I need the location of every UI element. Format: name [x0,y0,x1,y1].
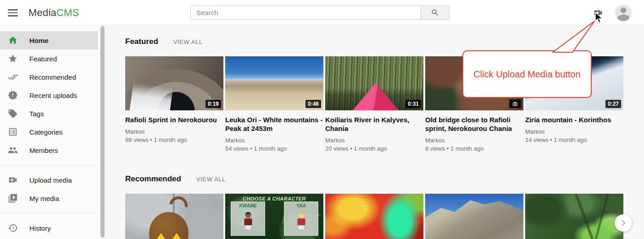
history-icon [8,223,18,233]
sidebar-item-label: Recent uploads [29,92,77,99]
sidebar-item-label: Members [29,147,58,154]
person-icon [615,5,632,21]
top-bar: MediaCMS [0,0,644,26]
sidebar-item-label: Tags [29,110,44,118]
sidebar-item-recommended[interactable]: Recommended [0,68,98,86]
annotation-text: Click Upload Media button [473,69,580,80]
sidebar-item-upload-media[interactable]: Upload media [0,171,98,189]
video-title[interactable]: Ziria mountain - Korinthos [525,115,623,124]
featured-view-all-link[interactable]: VIEW ALL [173,38,203,45]
my-media-icon [8,193,18,203]
video-title[interactable]: Old bridge close to Rafioli sprint, Nero… [425,115,523,133]
game-heading: CHOOSE A CHARACTER [225,196,323,201]
video-thumbnail-rocky-mountain[interactable] [425,194,523,239]
hamburger-icon [8,9,18,11]
annotation-callout: Click Upload Media button [462,50,592,98]
duration-badge: 0:27 [605,100,621,108]
video-author[interactable]: Markos [225,136,323,145]
recommended-section-header: Recommended VIEW ALL [125,174,226,184]
upload-media-icon [592,8,604,18]
menu-button[interactable] [6,7,19,19]
upload-media-button[interactable] [592,8,605,18]
video-title[interactable]: Leuka Ori - White mountains - Peak at 24… [225,115,323,133]
video-thumbnail-color-blur[interactable] [325,194,423,239]
new-releases-icon [8,90,18,100]
upload-media-icon [8,175,18,185]
section-title: Recommended [125,174,181,184]
search-button[interactable] [421,5,450,20]
video-card[interactable]: 0:19 Rafioli Sprint in Nerokourou Markos… [125,56,223,153]
character-sprite [244,212,252,229]
pumpkin [149,212,189,239]
video-card[interactable]: 0:31 Koiliaris River in Kalyves, Chania … [325,56,423,153]
sidebar-item-home[interactable]: Home [0,31,98,49]
camera-icon [512,101,518,107]
brand-prefix: Media [28,7,56,19]
search-input[interactable] [190,5,421,20]
video-card[interactable]: 0:46 Leuka Ori - White mountains - Peak … [225,56,323,153]
tag-icon [8,109,18,119]
duration-badge: 0:19 [205,100,221,108]
video-card[interactable] [325,194,423,239]
recommended-view-all-link[interactable]: VIEW ALL [196,176,226,183]
video-thumbnail-waterfall[interactable]: 0:19 [125,56,223,110]
sidebar-item-members[interactable]: Members [0,141,98,159]
video-title[interactable]: Koiliaris River in Kalyves, Chania [325,115,423,133]
brand-suffix: CMS [56,7,79,19]
video-thumbnail-mountains[interactable]: 0:46 [225,56,323,110]
sidebar-item-label: My media [29,195,59,202]
video-meta: 14 views • 1 month ago [525,136,623,144]
video-author[interactable]: Markos [525,128,623,136]
video-meta: 20 views • 1 month ago [325,145,423,153]
featured-section-header: Featured VIEW ALL [125,37,203,46]
video-card[interactable] [525,194,623,239]
home-icon [8,35,18,45]
video-meta: 8 views • 1 month ago [425,145,523,153]
magnifier-icon [431,8,439,17]
video-card[interactable] [125,194,223,239]
video-meta: 98 views • 1 month ago [125,136,223,144]
sidebar-divider [0,165,100,165]
chevron-right-icon [619,219,627,227]
section-title: Featured [125,37,158,46]
star-icon [8,54,18,64]
sidebar-item-label: Recommended [29,73,76,81]
double-check-icon [8,72,18,82]
sidebar-item-tags[interactable]: Tags [0,104,98,123]
sidebar-divider [0,213,100,213]
sidebar-item-label: Upload media [29,176,72,184]
video-thumbnail-river-kayak[interactable]: 0:31 [325,56,423,110]
game-character-panel: KWAME Selected [231,201,265,236]
categories-icon [8,127,18,137]
search-bar [190,5,450,20]
video-card[interactable] [425,194,523,239]
video-author[interactable]: Markos [425,136,523,145]
sidebar-item-featured[interactable]: Featured [0,49,98,68]
video-thumbnail-game[interactable]: CHOOSE A CHARACTER HUNT KWAME Selected Y… [225,194,323,239]
sidebar-item-label: Home [29,37,49,44]
mediacms-app: MediaCMS Home Featured Recommended [0,0,644,239]
game-character-panel: YAA Select [284,201,318,236]
video-thumbnail-pumpkin[interactable] [125,194,223,239]
duration-badge: 0:46 [305,100,321,108]
sidebar-item-categories[interactable]: Categories [0,123,98,141]
carousel-next-button[interactable] [615,214,632,232]
sidebar-scrollbar [100,26,105,239]
sidebar-item-label: Featured [29,55,57,63]
members-icon [8,145,18,155]
sidebar-item-my-media[interactable]: My media [0,189,98,207]
sidebar-item-label: History [29,224,51,232]
user-avatar-button[interactable] [615,5,632,21]
video-author[interactable]: Markos [125,128,223,136]
video-author[interactable]: Markos [325,136,423,145]
video-title[interactable]: Rafioli Sprint in Nerokourou [125,115,223,124]
photo-badge [509,99,521,108]
brand-logo[interactable]: MediaCMS [28,0,79,26]
sidebar-item-recent-uploads[interactable]: Recent uploads [0,86,98,104]
sidebar-scrollbar-thumb[interactable] [100,26,105,238]
sidebar-item-history[interactable]: History [0,219,98,237]
duration-badge: 0:31 [405,100,421,108]
video-thumbnail-green-leaves[interactable] [525,194,623,239]
video-card[interactable]: CHOOSE A CHARACTER HUNT KWAME Selected Y… [225,194,323,239]
video-meta: 54 views • 1 month ago [225,145,323,153]
